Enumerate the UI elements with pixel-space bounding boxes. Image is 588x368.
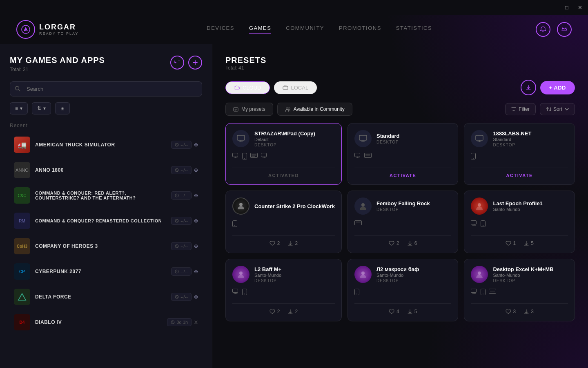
- preset-card-2-devices: [354, 153, 452, 162]
- game-item-cyber[interactable]: CP CYBERPUNK 2077 --/-- ⊛: [10, 259, 202, 284]
- close-button[interactable]: ✕: [577, 4, 583, 11]
- game-meta-diablo: 0d 1h ⚔: [167, 318, 198, 326]
- activate-button-3[interactable]: ACTIVATE: [506, 173, 533, 178]
- svg-rect-15: [237, 135, 245, 140]
- steam-icon-cyber: ⊛: [194, 269, 198, 274]
- preset-card-9-stats: 3 3: [471, 309, 568, 314]
- presets-actions: + ADD: [521, 80, 575, 95]
- preset-card-9-name: Desktop Excel K+M+MB: [493, 266, 568, 272]
- game-meta-anno: --/-- ⊛: [171, 166, 198, 174]
- preset-card-7[interactable]: L2 Baff M+ Santo-Mundo DESKTOP 2: [225, 259, 342, 321]
- search-input[interactable]: [10, 81, 202, 96]
- main-layout: MY GAMES AND APPS Total: 31: [0, 44, 588, 368]
- download-icon: [524, 309, 529, 314]
- preset-card-3-name: 1888LABS.NET: [493, 130, 568, 137]
- preset-card-2-type: DESKTOP: [376, 140, 452, 144]
- tab-community[interactable]: Available in Community: [277, 103, 352, 116]
- preset-card-3[interactable]: 1888LABS.NET Standard DESKTOP ACTIVATE: [464, 123, 575, 185]
- preset-card-8-divider: [354, 303, 452, 304]
- activate-button-2[interactable]: ACTIVATE: [390, 173, 416, 178]
- sort-button[interactable]: ⇅ ▾: [32, 102, 51, 114]
- game-item-diablo[interactable]: D4 DIABLO IV 0d 1h ⚔: [10, 310, 202, 334]
- game-item-cnc1[interactable]: C&C COMMAND & CONQUER: RED ALERT?, COUNT…: [10, 183, 202, 208]
- game-item-coh[interactable]: CoH3 COMPANY OF HEROES 3 --/-- ⊛: [10, 234, 202, 258]
- game-item-cnc2[interactable]: RM COMMAND & CONQUER? REMASTERED COLLECT…: [10, 209, 202, 233]
- game-time-delta: --/--: [171, 293, 192, 301]
- game-meta-ats: --/-- ⊛: [171, 141, 198, 149]
- like-count-7: 2: [277, 309, 280, 314]
- sort-pill-button[interactable]: Sort: [540, 103, 575, 115]
- download-count-8: 5: [414, 309, 417, 314]
- downloads-4: 2: [288, 240, 298, 246]
- tab-my-presets[interactable]: My presets: [225, 103, 273, 116]
- like-icon: [270, 309, 275, 314]
- nav-statistics[interactable]: STATISTICS: [396, 25, 432, 34]
- game-name-anno: ANNO 1800: [35, 167, 166, 173]
- add-preset-button[interactable]: + ADD: [540, 81, 575, 94]
- preset-card-5-divider: [354, 235, 452, 236]
- maximize-button[interactable]: □: [564, 4, 570, 11]
- device-icon: [232, 153, 239, 159]
- preset-card-7-divider: [232, 303, 335, 304]
- add-game-button[interactable]: [188, 56, 202, 70]
- preset-card-5-name: Femboy Falling Rock: [376, 200, 452, 206]
- game-name-cnc2: COMMAND & CONQUER? REMASTERED COLLECTION: [35, 218, 166, 223]
- premium-button[interactable]: [557, 22, 572, 37]
- preset-card-8-info: Л2 макроси баф Santo-Mundo DESKTOP: [376, 266, 452, 283]
- preset-card-9[interactable]: Desktop Excel K+M+MB Santo-Mundo DESKTOP…: [464, 259, 575, 321]
- download-count-5: 6: [414, 240, 417, 246]
- svg-point-49: [356, 294, 357, 294]
- preset-card-4[interactable]: Counter Strike 2 Pro ClockWork 2 2: [225, 191, 342, 253]
- preset-card-2-info: Standard DESKTOP: [376, 133, 452, 144]
- game-item-ats[interactable]: 🚛 AMERICAN TRUCK SIMULATOR --/-- ⊛: [10, 132, 202, 157]
- svg-rect-29: [476, 135, 483, 140]
- cloud-label: CLOUD: [243, 85, 261, 91]
- nav-games[interactable]: GAMES: [249, 25, 271, 34]
- filter-pill-button[interactable]: Filter: [505, 103, 536, 115]
- svg-point-34: [234, 225, 235, 226]
- filter-button[interactable]: ≡ ▾: [10, 102, 28, 114]
- download-icon: [408, 309, 412, 314]
- tab-local[interactable]: LOCAL: [274, 81, 317, 94]
- sidebar-header-actions: [170, 56, 202, 70]
- preset-card-7-avatar: [232, 266, 249, 283]
- download-button[interactable]: [521, 80, 536, 95]
- preset-card-8-type: DESKTOP: [376, 278, 452, 283]
- svg-rect-11: [283, 86, 288, 90]
- steam-icon-anno: ⊛: [194, 167, 198, 173]
- preset-card-9-divider: [471, 303, 568, 304]
- nav-community[interactable]: COMMUNITY: [286, 25, 324, 34]
- refresh-button[interactable]: [170, 56, 184, 70]
- preset-card-5[interactable]: Femboy Falling Rock DESKTOP 2 6: [347, 191, 459, 253]
- preset-card-2-divider: [354, 168, 452, 168]
- view-button[interactable]: ⊞: [55, 102, 70, 114]
- sidebar-title: MY GAMES AND APPS: [10, 56, 105, 65]
- preset-card-6-avatar: [471, 197, 488, 215]
- device-icon: [471, 153, 476, 159]
- svg-rect-51: [471, 289, 477, 293]
- right-panel: PRESETS Total: 41 CLOUD LOCAL: [212, 44, 588, 368]
- svg-point-46: [244, 294, 245, 294]
- preset-card-2[interactable]: Standard DESKTOP ACTIVATE: [347, 123, 459, 185]
- presets-header: PRESETS Total: 41: [225, 56, 575, 77]
- game-item-anno[interactable]: ANNO ANNO 1800 --/-- ⊛: [10, 158, 202, 182]
- preset-card-8[interactable]: Л2 макроси баф Santo-Mundo DESKTOP 4: [347, 259, 459, 321]
- preset-card-4-info: Counter Strike 2 Pro ClockWork: [254, 203, 335, 209]
- logo[interactable]: LORGAR READY TO PLAY: [16, 20, 78, 39]
- device-icon: [471, 220, 477, 226]
- preset-card-6[interactable]: Last Epoch Profile1 Santo-Mundo 1: [464, 191, 575, 253]
- nav-promotions[interactable]: PROMOTIONS: [339, 25, 381, 34]
- preset-card-7-info: L2 Baff M+ Santo-Mundo DESKTOP: [254, 266, 335, 283]
- svg-point-35: [361, 203, 365, 206]
- notifications-button[interactable]: [536, 22, 550, 37]
- nav-devices[interactable]: DEVICES: [207, 25, 234, 34]
- tab-cloud[interactable]: CLOUD: [225, 81, 270, 94]
- preset-card-1[interactable]: STR\AZAR\MPad (Copy) Default DESKTOP ACT…: [225, 123, 342, 185]
- game-item-delta[interactable]: DELTA FORCE --/-- ⊛: [10, 285, 202, 309]
- likes-8: 4: [389, 309, 399, 314]
- preset-card-9-info: Desktop Excel K+M+MB Santo-Mundo DESKTOP: [493, 266, 568, 283]
- minimize-button[interactable]: —: [550, 4, 557, 11]
- preset-card-3-footer: ACTIVATE: [471, 173, 568, 178]
- like-count-5: 2: [396, 240, 399, 246]
- preset-card-8-header: Л2 макроси баф Santo-Mundo DESKTOP: [354, 266, 452, 283]
